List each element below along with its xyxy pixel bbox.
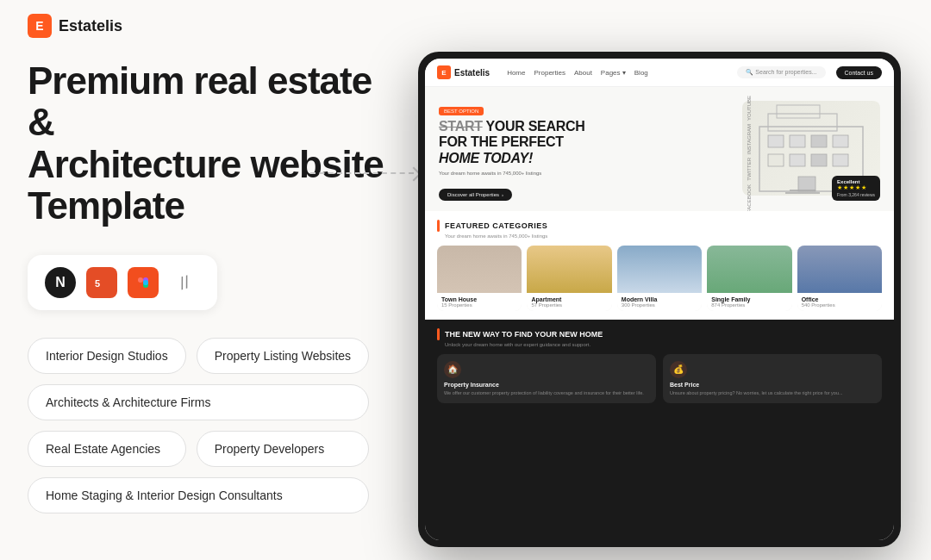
cat-title: FEATURED CATEGORIES xyxy=(445,221,547,230)
hero-discover-btn[interactable]: Discover all Properties › xyxy=(439,189,512,201)
cat-card-count: 874 Properties xyxy=(711,302,787,308)
find-card-price: 💰 Best Price Unsure about property prici… xyxy=(663,354,882,404)
find-card-text-insurance: We offer our customer property protectio… xyxy=(444,390,649,397)
cat-card-name: Modern Villa xyxy=(622,296,697,302)
cat-card-count: 15 Properties xyxy=(441,302,517,308)
cat-card-info-apartment: Apartment 57 Properties xyxy=(527,293,611,311)
find-card-text-price: Unsure about property pricing? No worrie… xyxy=(670,390,875,397)
nav-contact-btn[interactable]: Contact us xyxy=(836,66,882,79)
logo[interactable]: E Estatelis xyxy=(28,14,122,38)
svg-rect-13 xyxy=(768,154,784,166)
svg-rect-12 xyxy=(833,135,848,147)
tablet-wrapper: E Estatelis Home Properties About Pages … xyxy=(418,52,901,551)
svg-point-1 xyxy=(138,277,143,283)
svg-rect-16 xyxy=(833,154,848,166)
nav-about[interactable]: About xyxy=(574,69,592,77)
hero-badge: BEST OPTION xyxy=(439,107,484,115)
cat-cards: Town House 15 Properties Apartment 57 Pr… xyxy=(437,246,882,311)
cat-card-info-townhouse: Town House 15 Properties xyxy=(437,293,522,311)
svg-text:5: 5 xyxy=(95,278,100,289)
nav-blog[interactable]: Blog xyxy=(634,69,648,77)
badge-html: 5 xyxy=(86,267,117,298)
cat-card-name: Apartment xyxy=(531,296,607,302)
tag-property-listing: Property Listing Websites xyxy=(197,338,369,374)
nav-pages[interactable]: Pages ▾ xyxy=(601,69,626,77)
hero-sub: Your dream home awaits in 745,000+ listi… xyxy=(439,170,732,177)
site-find: THE NEW WAY TO FIND YOUR NEW HOME Unlock… xyxy=(425,320,894,540)
cat-card-office[interactable]: Office 540 Properties xyxy=(797,246,882,311)
nav-links: Home Properties About Pages ▾ Blog xyxy=(507,69,648,77)
find-sub: Unlock your dream home with our expert g… xyxy=(445,342,882,347)
nav-home[interactable]: Home xyxy=(507,69,525,77)
svg-rect-11 xyxy=(811,135,827,147)
cat-card-count: 540 Properties xyxy=(802,302,878,308)
headline: Premium real estate & Architecture websi… xyxy=(28,60,398,227)
icon-youtube: YOUTUBE xyxy=(747,96,752,121)
tablet-frame: E Estatelis Home Properties About Pages … xyxy=(418,52,901,547)
find-bar-accent xyxy=(437,328,440,340)
hero-left: BEST OPTION START YOUR SEARCH FOR THE PE… xyxy=(439,101,732,201)
hero-title: START YOUR SEARCH FOR THE PERFECT HOME T… xyxy=(439,119,732,166)
site-logo-small: E Estatelis xyxy=(437,65,490,79)
nav-search[interactable]: 🔍 Search for properties... xyxy=(737,66,825,78)
cat-sub: Your dream home awaits in 745,000+ listi… xyxy=(445,233,882,239)
svg-rect-10 xyxy=(790,135,805,147)
cat-card-townhouse[interactable]: Town House 15 Properties xyxy=(437,246,522,311)
icon-facebook: FACEBOOK xyxy=(747,184,752,211)
tag-property-developers: Property Developers xyxy=(197,431,369,467)
rating-sub: From 3,264 reviews xyxy=(837,192,875,197)
nav-properties[interactable]: Properties xyxy=(534,69,565,77)
find-card-insurance: 🏠 Property Insurance We offer our custom… xyxy=(437,354,656,404)
tag-architects: Architects & Architecture Firms xyxy=(28,384,369,420)
svg-rect-8 xyxy=(777,105,820,118)
cat-card-name: Office xyxy=(802,296,878,302)
icon-instagram: INSTAGRAM xyxy=(747,124,752,154)
cat-card-info-family: Single Family 874 Properties xyxy=(707,293,791,311)
tag-home-staging: Home Staging & Interior Design Consultan… xyxy=(28,477,369,513)
svg-point-3 xyxy=(138,283,143,288)
hero-right: Excellent ★★★★★ From 3,264 reviews xyxy=(742,101,880,201)
svg-rect-15 xyxy=(811,154,827,166)
logo-name: Estatelis xyxy=(59,17,122,35)
side-icons: YOUTUBE INSTAGRAM TWITTER FACEBOOK xyxy=(747,96,752,211)
cat-card-villa[interactable]: Modern Villa 300 Properties xyxy=(617,246,702,311)
dot-decoration xyxy=(310,172,414,174)
tags-grid: Interior Design Studios Property Listing… xyxy=(28,338,369,513)
svg-rect-14 xyxy=(790,154,805,166)
cat-card-img-villa xyxy=(617,246,702,293)
tech-badges: N 5 // xyxy=(28,255,217,310)
site-logo-text-small: Estatelis xyxy=(454,68,490,78)
find-icon-home: 🏠 xyxy=(444,361,461,378)
cat-card-info-office: Office 540 Properties xyxy=(797,293,882,311)
main-container: Premium real estate & Architecture websi… xyxy=(0,52,931,551)
right-panel: E Estatelis Home Properties About Pages … xyxy=(416,52,903,551)
svg-point-5 xyxy=(143,280,148,285)
cat-card-info-villa: Modern Villa 300 Properties xyxy=(617,293,702,311)
find-card-title-insurance: Property Insurance xyxy=(444,382,649,388)
find-card-title-price: Best Price xyxy=(670,382,875,388)
cat-card-count: 57 Properties xyxy=(531,302,607,308)
site-nav: E Estatelis Home Properties About Pages … xyxy=(425,59,894,87)
svg-rect-17 xyxy=(798,177,815,191)
find-icon-price: 💰 xyxy=(670,361,687,378)
cat-card-apartment[interactable]: Apartment 57 Properties xyxy=(527,246,611,311)
logo-icon: E xyxy=(28,14,52,38)
cat-card-img-apartment xyxy=(527,246,611,293)
site-hero: BEST OPTION START YOUR SEARCH FOR THE PE… xyxy=(425,87,894,211)
cat-card-count: 300 Properties xyxy=(622,302,697,308)
cat-card-img-family xyxy=(707,246,791,293)
cat-card-family[interactable]: Single Family 874 Properties xyxy=(707,246,791,311)
tag-interior-studios: Interior Design Studios xyxy=(28,338,186,374)
hero-title-line1-strike: START xyxy=(439,119,483,134)
cat-header: FEATURED CATEGORIES xyxy=(437,220,882,232)
badge-figma xyxy=(128,267,159,298)
rating-card: Excellent ★★★★★ From 3,264 reviews xyxy=(832,176,880,201)
tag-real-estate: Real Estate Agencies xyxy=(28,431,186,467)
cat-card-img-townhouse xyxy=(437,246,522,293)
site-categories: FEATURED CATEGORIES Your dream home awai… xyxy=(425,211,894,320)
tablet-screen: E Estatelis Home Properties About Pages … xyxy=(425,59,894,540)
header: E Estatelis xyxy=(0,0,931,52)
badge-slash: // xyxy=(166,264,203,302)
find-cards: 🏠 Property Insurance We offer our custom… xyxy=(437,354,882,404)
cat-card-name: Single Family xyxy=(711,296,787,302)
